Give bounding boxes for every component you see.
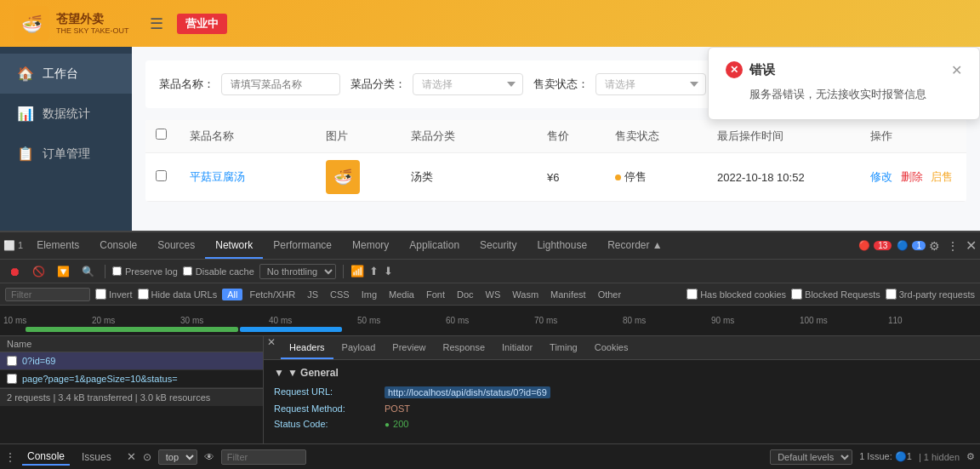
preserve-log-input[interactable] [112,266,122,276]
row-name: 平菇豆腐汤 [179,169,316,185]
record-button[interactable]: ⏺ [5,263,24,280]
tab-sources[interactable]: Sources [147,232,205,259]
detail-tab-initiator[interactable]: Initiator [493,336,541,359]
logo-name: 苍望外卖 [56,12,129,26]
sidebar-item-stats[interactable]: 📊 数据统计 [0,94,132,134]
console-close-icon[interactable]: ✕ [127,450,136,463]
network-item-1-checkbox[interactable] [7,374,17,384]
filter-tag-wasm[interactable]: Wasm [507,289,544,300]
blocked-requests-input[interactable] [791,289,802,300]
header-name: 菜品名称 [179,129,316,144]
network-item-0[interactable]: 0?id=69 [0,352,263,370]
network-item-0-name: 0?id=69 [22,356,256,366]
hamburger-button[interactable]: ☰ [150,14,163,33]
search-button[interactable]: 🔍 [78,264,98,279]
filter-tag-media[interactable]: Media [384,289,419,300]
row-image: 🍜 [316,160,401,194]
filter-tag-manifest[interactable]: Manifest [545,289,591,300]
tab-elements[interactable]: Elements [26,232,89,259]
tab-recorder[interactable]: Recorder ▲ [597,232,673,259]
error-close-button[interactable]: ✕ [951,62,962,78]
filter-toggle[interactable]: 🔽 [54,264,73,279]
dish-name-input[interactable] [221,73,340,95]
delete-link[interactable]: 删除 [901,170,923,183]
third-party-checkbox[interactable]: 3rd-party requests [886,289,975,300]
error-icon: ✕ [726,61,743,78]
devtools-close-button[interactable]: ✕ [966,237,977,254]
disable-cache-checkbox[interactable]: Disable cache [183,266,254,277]
filter-tag-doc[interactable]: Doc [452,289,479,300]
devtools-settings-icon[interactable]: ⚙ [929,239,940,253]
console-top-select[interactable]: top [158,449,197,465]
tab-memory[interactable]: Memory [342,232,399,259]
filter-tag-other[interactable]: Other [593,289,627,300]
hide-data-urls-input[interactable] [138,289,149,300]
status-select[interactable]: 请选择 [595,73,706,95]
preserve-log-checkbox[interactable]: Preserve log [112,266,178,277]
tab-network[interactable]: Network [205,232,263,259]
upload-icon[interactable]: ⬆ [369,265,379,277]
default-levels-select[interactable]: Default levels [770,449,852,465]
edit-link[interactable]: 修改 [870,170,892,183]
clear-button[interactable]: 🚫 [29,264,48,279]
section-arrow: ▼ [274,367,284,379]
blocked-requests-checkbox[interactable]: Blocked Requests [791,289,880,300]
row-select-checkbox[interactable] [156,170,167,181]
devtools-more-icon[interactable]: ⋮ [947,239,959,253]
bottom-tab-issues[interactable]: Issues [77,449,117,465]
filter-tag-font[interactable]: Font [421,289,450,300]
invert-checkbox[interactable]: Invert [95,289,133,300]
detail-close-button[interactable]: ✕ [267,336,276,359]
select-all-checkbox[interactable] [156,129,167,140]
main-area: 🏠 工作台 📊 数据统计 📋 订单管理 菜品名称： 菜品分类： [0,47,980,231]
request-detail-tabs: ✕ Headers Payload Preview Response Initi… [264,336,980,360]
sidebar-item-orders[interactable]: 📋 订单管理 [0,134,132,174]
toggle-status-link[interactable]: 启售 [931,170,953,183]
filter-input[interactable] [5,288,90,301]
has-blocked-cookies-label: Has blocked cookies [700,289,786,300]
tab-console[interactable]: Console [89,232,147,259]
has-blocked-cookies-checkbox[interactable]: Has blocked cookies [687,289,786,300]
tab-performance[interactable]: Performance [263,232,342,259]
detail-tab-preview[interactable]: Preview [384,336,434,359]
tab-lighthouse[interactable]: Lighthouse [527,232,597,259]
wifi-icon[interactable]: 📶 [350,265,364,277]
row-status: 停售 [605,169,707,185]
network-item-1[interactable]: page?page=1&pageSize=10&status= [0,370,263,388]
error-count-badge: 13 [874,241,892,250]
has-blocked-cookies-input[interactable] [687,289,698,300]
console-clear-icon[interactable]: ⊙ [143,451,151,463]
filter-tag-css[interactable]: CSS [325,289,355,300]
request-url-value[interactable]: http://localhost/api/dish/status/0?id=69 [385,386,550,398]
hide-data-urls-checkbox[interactable]: Hide data URLs [138,289,218,300]
filter-tag-fetch[interactable]: Fetch/XHR [244,289,300,300]
category-select[interactable]: 请选择 [413,73,523,95]
disable-cache-input[interactable] [183,266,192,276]
console-menu-icon[interactable]: ⋮ [5,451,15,463]
invert-input[interactable] [95,289,106,300]
status-code-key: Status Code: [274,419,385,429]
detail-tab-timing[interactable]: Timing [541,336,586,359]
blocked-requests-label: Blocked Requests [805,289,880,300]
detail-tab-cookies[interactable]: Cookies [586,336,637,359]
filter-tag-all[interactable]: All [222,289,242,300]
detail-tab-headers[interactable]: Headers [281,336,333,359]
tab-security[interactable]: Security [470,232,527,259]
network-item-0-checkbox[interactable] [7,356,17,366]
console-eye-icon[interactable]: 👁 [204,451,214,463]
console-filter-input[interactable] [221,449,306,465]
tab-application[interactable]: Application [399,232,470,259]
error-content: 服务器错误，无法接收实时报警信息 [726,87,962,102]
throttling-select[interactable]: No throttling [259,264,336,279]
third-party-input[interactable] [886,289,897,300]
download-icon[interactable]: ⬇ [384,265,393,277]
filter-tag-ws[interactable]: WS [481,289,506,300]
sidebar-item-dashboard[interactable]: 🏠 工作台 [0,54,132,94]
detail-tab-payload[interactable]: Payload [333,336,385,359]
sidebar-label-orders: 订单管理 [43,146,90,162]
filter-tag-js[interactable]: JS [302,289,323,300]
filter-tag-img[interactable]: Img [356,289,382,300]
detail-tab-response[interactable]: Response [434,336,493,359]
bottom-tab-console[interactable]: Console [22,449,70,466]
console-gear-icon[interactable]: ⚙ [966,451,975,462]
